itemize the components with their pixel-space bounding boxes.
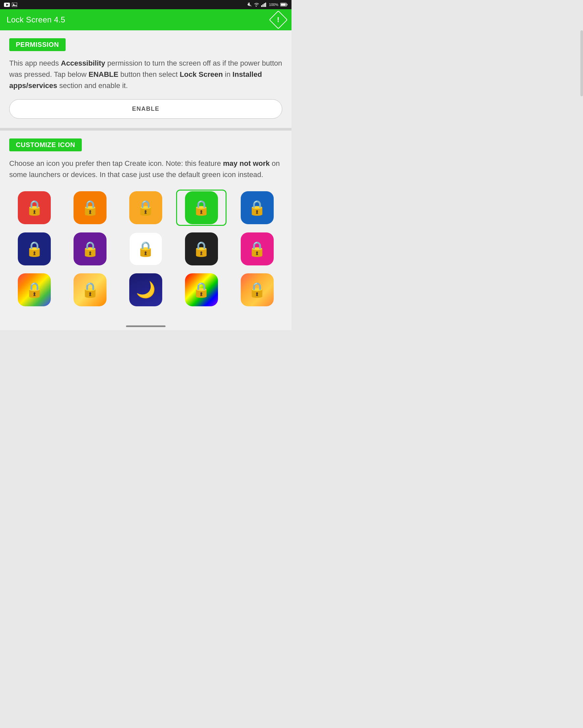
- warning-icon-label: !: [277, 16, 279, 23]
- purple-lock-icon[interactable]: 🔒: [74, 232, 106, 265]
- icon-wrapper-blue[interactable]: 🔒: [232, 189, 282, 226]
- yellow-lock-icon[interactable]: 🔒: [129, 191, 162, 224]
- rainbow1-lock-icon[interactable]: 🔒: [18, 273, 51, 306]
- orange-lock-icon[interactable]: 🔒: [74, 191, 106, 224]
- permission-description: This app needs Accessibility permission …: [9, 58, 282, 91]
- green-lock-icon[interactable]: 🔒: [185, 191, 218, 224]
- status-bar-left: [4, 3, 17, 7]
- rainbow3-lock-icon[interactable]: 🔒: [185, 273, 218, 306]
- red-lock-icon[interactable]: 🔒: [18, 191, 51, 224]
- rainbow4-lock-icon[interactable]: 🔒: [241, 273, 274, 306]
- navy-lock-icon[interactable]: 🔒: [18, 232, 51, 265]
- customize-description: Choose an icon you prefer then tap Creat…: [9, 158, 282, 180]
- bottom-bar: [0, 322, 292, 330]
- svg-rect-8: [265, 3, 266, 7]
- main-content: PERMISSION This app needs Accessibility …: [0, 30, 292, 322]
- icon-wrapper-night[interactable]: 🌙: [121, 272, 171, 308]
- icon-wrapper-rainbow2[interactable]: 🔒: [65, 272, 116, 308]
- icon-wrapper-purple[interactable]: 🔒: [65, 231, 116, 267]
- section-divider: [0, 128, 292, 131]
- icon-wrapper-rainbow4[interactable]: 🔒: [232, 272, 282, 308]
- svg-rect-5: [261, 5, 262, 7]
- youtube-icon: [4, 3, 10, 7]
- icon-wrapper-white[interactable]: 🔒: [121, 231, 171, 267]
- scroll-pill: [126, 326, 166, 327]
- icon-wrapper-red[interactable]: 🔒: [9, 189, 60, 226]
- app-bar: Lock Screen 4.5 !: [0, 9, 292, 30]
- icon-wrapper-green[interactable]: 🔒: [176, 189, 227, 226]
- status-bar-right: 100%: [247, 2, 287, 7]
- wifi-icon: [254, 3, 259, 7]
- blue-lock-icon[interactable]: 🔒: [241, 191, 274, 224]
- warning-icon[interactable]: !: [269, 10, 288, 29]
- svg-rect-11: [281, 4, 286, 6]
- black-lock-icon[interactable]: 🔒: [185, 232, 218, 265]
- customize-icon-label: CUSTOMIZE ICON: [9, 138, 82, 151]
- customize-icon-section: CUSTOMIZE ICON Choose an icon you prefer…: [9, 138, 282, 314]
- permission-section: PERMISSION This app needs Accessibility …: [9, 38, 282, 119]
- permission-section-label: PERMISSION: [9, 38, 66, 51]
- enable-button[interactable]: ENABLE: [9, 99, 282, 119]
- svg-marker-4: [12, 4, 17, 6]
- image-icon: [12, 3, 17, 7]
- icon-grid: 🔒 🔒 🔒 🔒 🔒: [9, 189, 282, 314]
- white-lock-icon[interactable]: 🔒: [129, 232, 162, 265]
- battery-text: 100%: [269, 3, 278, 7]
- icon-wrapper-orange[interactable]: 🔒: [65, 189, 116, 226]
- rainbow2-lock-icon[interactable]: 🔒: [74, 273, 106, 306]
- icon-wrapper-rainbow1[interactable]: 🔒: [9, 272, 60, 308]
- icon-wrapper-navy[interactable]: 🔒: [9, 231, 60, 267]
- night-lock-icon[interactable]: 🌙: [129, 273, 162, 306]
- svg-rect-7: [264, 3, 265, 7]
- pink-lock-icon[interactable]: 🔒: [241, 232, 274, 265]
- svg-rect-10: [287, 4, 287, 6]
- svg-rect-6: [262, 4, 263, 7]
- icon-wrapper-pink[interactable]: 🔒: [232, 231, 282, 267]
- mute-icon: [247, 2, 252, 7]
- svg-rect-2: [12, 3, 17, 7]
- icon-wrapper-black[interactable]: 🔒: [176, 231, 227, 267]
- icon-wrapper-yellow[interactable]: 🔒: [121, 189, 171, 226]
- app-title: Lock Screen 4.5: [7, 15, 65, 24]
- icon-wrapper-rainbow3[interactable]: 🔒: [176, 272, 227, 308]
- signal-icon: [261, 3, 267, 7]
- status-bar: 100%: [0, 0, 292, 9]
- battery-icon: [280, 3, 287, 7]
